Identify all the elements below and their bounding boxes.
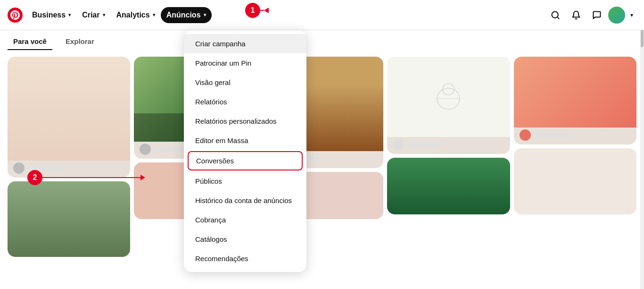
analytics-chevron: ▾ <box>153 12 155 17</box>
navbar-actions: ▾ <box>546 6 636 25</box>
svg-point-4 <box>443 84 454 95</box>
annotation-2-container: 2 <box>27 175 145 180</box>
dropdown-item-cobranca[interactable]: Cobrança <box>184 210 306 230</box>
dropdown-item-relatorios[interactable]: Relatórios <box>184 92 306 111</box>
pin-avatar-3 <box>140 144 151 155</box>
pin-card-2[interactable] <box>8 181 130 257</box>
svg-point-0 <box>8 8 23 23</box>
pin-user-row-9 <box>514 128 636 144</box>
svg-line-2 <box>557 17 559 18</box>
messages-button[interactable] <box>587 6 606 25</box>
anuncios-menu[interactable]: Anúncios ▾ <box>161 7 212 23</box>
annotation-circle-1: 1 <box>245 3 260 18</box>
analytics-label: Analytics <box>116 11 150 19</box>
dropdown-item-conversoes[interactable]: Conversões <box>188 151 303 170</box>
pin-card-8[interactable] <box>387 158 510 214</box>
anuncios-chevron: ▾ <box>204 12 206 17</box>
dropdown-item-recomendacoes[interactable]: Recomendações <box>184 249 306 268</box>
arrow-head-1 <box>264 8 269 13</box>
arrow-line-2 <box>27 177 140 178</box>
pin-card-9[interactable] <box>514 57 636 144</box>
dropdown-item-criar-campanha[interactable]: Criar campanha <box>184 34 306 53</box>
analytics-menu[interactable]: Analytics ▾ <box>111 7 161 23</box>
pinterest-logo[interactable] <box>8 8 23 23</box>
pin-card-7[interactable] <box>387 57 510 154</box>
pin-username-9 <box>534 133 571 137</box>
pin-avatar-9 <box>520 129 531 141</box>
dropdown-item-publicos[interactable]: Públicos <box>184 171 306 191</box>
pin-col-1 <box>8 57 130 285</box>
pin-card-10[interactable] <box>514 148 636 214</box>
criar-menu[interactable]: Criar ▾ <box>76 7 110 23</box>
content-tabs: Para você Explorar <box>0 30 644 53</box>
business-chevron: ▾ <box>68 12 71 17</box>
search-button[interactable] <box>546 6 565 25</box>
pin-user-row-7 <box>387 137 510 154</box>
annotation-circle-2: 2 <box>27 170 42 185</box>
anuncios-dropdown: Criar campanha Patrocinar um Pin Visão g… <box>184 30 306 272</box>
pin-username-7 <box>407 142 445 147</box>
pin-col-4 <box>387 57 510 285</box>
tab-explorar[interactable]: Explorar <box>60 34 100 50</box>
user-avatar[interactable] <box>608 7 625 24</box>
arrow-head-2 <box>140 175 145 180</box>
avatar-chevron-icon: ▾ <box>630 12 633 18</box>
dropdown-item-patrocinar-pin[interactable]: Patrocinar um Pin <box>184 53 306 73</box>
annotation-arrow-1: 1 <box>245 8 269 13</box>
dropdown-item-catalogos[interactable]: Catálogos <box>184 230 306 249</box>
pin-avatar-7 <box>393 139 404 150</box>
criar-label: Criar <box>82 11 99 19</box>
dropdown-item-visao-geral[interactable]: Visão geral <box>184 73 306 92</box>
pin-card-1[interactable] <box>8 57 130 178</box>
dropdown-item-editor-massa[interactable]: Editor em Massa <box>184 131 306 150</box>
sketch-illustration <box>429 78 467 116</box>
tab-para-voce[interactable]: Para você <box>8 34 52 50</box>
pin-grid <box>0 53 644 289</box>
criar-chevron: ▾ <box>103 12 105 17</box>
pin-col-5 <box>514 57 636 285</box>
navbar: Business ▾ Criar ▾ Analytics ▾ Anúncios … <box>0 0 644 30</box>
dropdown-item-historico[interactable]: Histórico da conta de anúncios <box>184 191 306 210</box>
anuncios-label: Anúncios <box>166 11 201 19</box>
business-label: Business <box>32 11 66 19</box>
pin-avatar-1 <box>13 162 25 174</box>
dropdown-item-relatorios-personalizados[interactable]: Relatórios personalizados <box>184 111 306 131</box>
business-menu[interactable]: Business ▾ <box>26 7 76 23</box>
notifications-button[interactable] <box>567 6 586 25</box>
avatar-chevron[interactable]: ▾ <box>627 6 636 25</box>
